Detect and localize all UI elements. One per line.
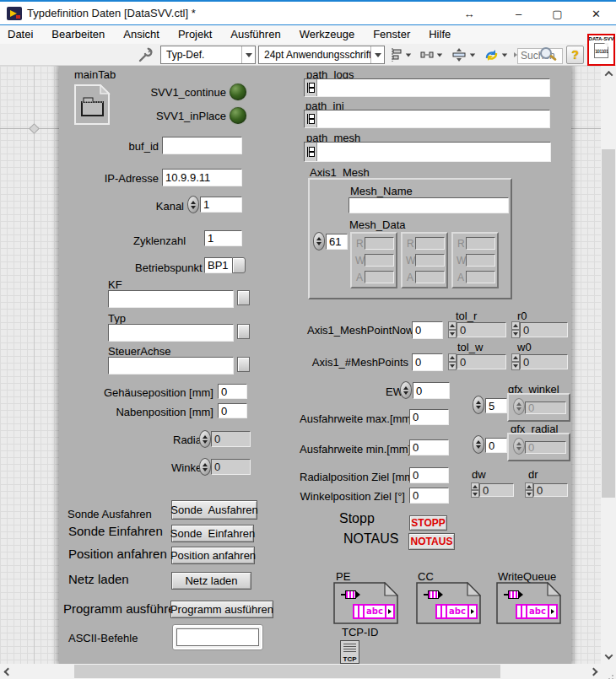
gfx-radial-spinner[interactable] [473,435,484,454]
resize-grip[interactable] [601,664,616,679]
buf-id-field[interactable] [162,137,242,154]
ausfahrweite-max-field[interactable]: 0 [409,409,449,425]
mesh-r-field[interactable] [415,237,445,250]
dw-field[interactable]: 0 [479,483,514,497]
dr-spinner[interactable] [525,482,533,498]
path-ini-field[interactable] [317,110,549,127]
resize-objects-button[interactable] [451,46,476,63]
kf-combo-field[interactable] [108,290,234,308]
path-glyph-icon[interactable] [305,143,317,161]
mesh-index-spinner[interactable] [313,232,325,251]
mesh-w-field[interactable] [365,254,394,267]
menu-bearbeiten[interactable]: Bearbeiten [42,25,114,44]
w0-spinner[interactable] [511,353,520,370]
help-button[interactable]: ? [566,46,584,64]
maximize-button[interactable]: ▢ [538,2,576,26]
align-objects-button[interactable] [389,46,412,63]
tab-control-typedef-icon[interactable] [74,84,114,125]
mesh-r-field[interactable] [466,237,495,250]
steuerachse-combo-field[interactable] [108,357,234,375]
tol-r-field[interactable]: 0 [457,322,506,337]
vertical-scrollbar-thumb[interactable] [602,149,615,498]
ascii-befehle-field[interactable] [176,628,259,646]
path-logs-field[interactable] [317,79,549,96]
pe-queue-refnum-icon[interactable]: abc [333,582,398,624]
kf-dropdown-button[interactable] [237,290,250,305]
steuerachse-dropdown-button[interactable] [237,357,250,372]
cc-queue-refnum-icon[interactable]: abc [416,582,481,624]
position-anfahren-button[interactable]: Position anfahren [171,547,255,564]
wrench-tool-icon[interactable] [138,46,154,63]
radialposition-ziel-field[interactable]: 0 [409,467,449,483]
menu-ausfuehren[interactable]: Ausführen [221,25,289,44]
mesh-w-field[interactable] [466,254,495,267]
winkelposition-ziel-field[interactable]: 0 [409,488,449,504]
zyklenzahl-field[interactable] [204,230,242,246]
font-dropdown[interactable]: 24pt Anwendungsschriftart [258,46,385,64]
typ-combo-field[interactable] [108,324,234,342]
notaus-button[interactable]: NOTAUS [408,533,455,550]
menu-hilfe[interactable]: Hilfe [419,25,460,44]
path-glyph-icon[interactable] [305,110,317,127]
svv1-continue-led[interactable] [230,84,246,100]
scroll-up-button[interactable] [601,66,616,81]
winkel-field[interactable]: 0 [211,459,251,475]
path-mesh-field[interactable] [317,143,550,161]
w0-field[interactable]: 0 [520,354,568,369]
tcp-refnum-icon[interactable]: TCP [340,640,359,664]
resize-arrows-icon[interactable]: ↔ [458,2,480,26]
reorder-objects-button[interactable] [484,46,508,63]
tol-w-field[interactable]: 0 [457,354,506,369]
betriebspunkt-value[interactable]: BP1 [204,257,232,273]
mesh-a-field[interactable] [365,271,394,283]
ew-spinner[interactable] [400,381,412,399]
svv1-inplace-led[interactable] [230,107,246,124]
typ-dropdown-button[interactable] [237,324,250,339]
gfx-winkel-field[interactable]: 5 [485,398,507,413]
run-mode-dropdown[interactable]: Typ-Def. [160,46,256,64]
mesh-a-field[interactable] [415,271,445,283]
kanal-spinner[interactable] [187,196,199,213]
programm-ausfuehren-button[interactable]: Programm ausführen [170,601,273,618]
betriebspunkt-dropdown-button[interactable] [232,257,246,273]
radial-spinner[interactable] [199,430,211,448]
menu-werkzeuge[interactable]: Werkzeuge [290,25,365,44]
sonde-ausfahren-button[interactable]: Sonde Ausfahren [171,500,257,520]
menu-projekt[interactable]: Projekt [169,25,221,44]
scroll-left-button[interactable] [0,664,15,679]
scroll-right-button[interactable] [586,664,601,679]
netz-laden-button[interactable]: Netz laden [171,572,251,590]
mesh-name-field[interactable] [349,197,509,213]
minimize-button[interactable]: – [500,2,538,26]
close-button[interactable]: ✕ [577,2,615,26]
stopp-button[interactable]: STOPP [409,515,447,531]
ausfahrweite-min-field[interactable]: 0 [409,439,449,455]
horizontal-scrollbar-thumb[interactable] [74,665,500,678]
menu-datei[interactable]: Datei [0,25,42,44]
path-glyph-icon[interactable] [305,79,317,96]
menu-fenster[interactable]: Fenster [364,25,419,44]
r0-spinner[interactable] [511,321,520,338]
kanal-field[interactable] [200,197,242,213]
axis1-meshpointnow-field[interactable]: 0 [412,321,443,339]
mesh-w-field[interactable] [415,254,445,267]
mesh-a-field[interactable] [466,271,495,283]
gehaeuseposition-field[interactable]: 0 [218,384,247,399]
gfx-radial-field[interactable]: 0 [485,438,507,453]
distribute-objects-button[interactable] [420,46,443,63]
menu-ansicht[interactable]: Ansicht [114,25,169,44]
r0-field[interactable]: 0 [520,322,568,337]
ew-field[interactable]: 0 [413,382,450,399]
radial-field[interactable]: 0 [211,431,251,447]
writequeue-refnum-icon[interactable]: abc [496,582,561,624]
ip-adresse-field[interactable] [162,169,242,186]
search-magnifier-icon[interactable] [540,47,552,59]
scroll-down-button[interactable] [601,649,616,664]
tol-r-spinner[interactable] [448,321,457,338]
dw-spinner[interactable] [471,482,479,498]
tol-w-spinner[interactable] [448,353,457,370]
sonde-einfahren-button[interactable]: Sonde Einfahren [171,525,254,542]
dr-field[interactable]: 0 [533,483,568,497]
vertical-scrollbar[interactable] [601,66,616,664]
mesh-index-field[interactable]: 61 [326,234,348,250]
